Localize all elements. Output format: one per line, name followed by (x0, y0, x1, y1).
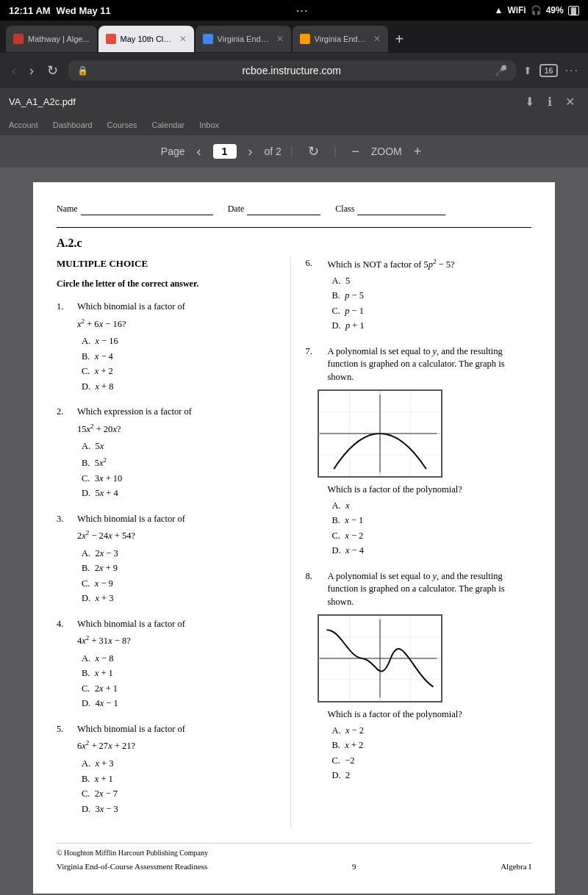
section-title: A.2.c (57, 235, 531, 251)
new-tab-button[interactable]: + (390, 28, 410, 51)
q5-optB: B. x + 1 (82, 773, 185, 786)
question-7: 7. A polynomial is set equal to y, and t… (306, 345, 532, 560)
q6-optD: D. p + 1 (332, 320, 455, 333)
zoom-in-button[interactable]: + (408, 143, 428, 161)
date-underline (247, 204, 320, 215)
q6-optC: C. p − 1 (332, 305, 455, 318)
q5-optD: D. 3x − 3 (82, 803, 185, 816)
two-col-layout: MULTIPLE CHOICE Circle the letter of the… (57, 257, 531, 828)
q6-options: A. 5 B. p − 5 C. p − 1 D. p + 1 (332, 275, 455, 333)
q7-options: A. x B. x − 1 C. x − 2 D. x − 4 (332, 500, 532, 558)
wifi-icon: WiFi (507, 5, 526, 15)
pdf-title: VA_A1_A2c.pdf (9, 96, 516, 107)
q6-num: 6. (306, 257, 318, 270)
forward-button[interactable]: › (26, 60, 37, 82)
q5-text: Which binomial is a factor of (77, 723, 185, 736)
battery-display: 49% (546, 5, 564, 15)
url-text: rcboe.instructure.com (94, 65, 489, 76)
pdf-info-button[interactable]: ℹ (543, 93, 556, 110)
back-button[interactable]: ‹ (9, 60, 19, 82)
q4-optC: C. 2x + 1 (82, 683, 185, 696)
q4-math: 4x2 + 31x − 8? (77, 633, 185, 648)
tab-mathway[interactable]: Mathway | Alge... (6, 26, 97, 52)
pdf-close-button[interactable]: ✕ (561, 93, 579, 110)
status-bar: 12:11 AM Wed May 11 ··· ▲ WiFi 🎧 49% ▓ (0, 0, 588, 21)
q7-num: 7. (306, 345, 318, 359)
right-column: 6. Which is NOT a factor of 5p2 − 5? A. … (291, 257, 532, 828)
header-rule (57, 227, 531, 228)
q5-math: 6x2 + 27x + 21? (77, 738, 185, 753)
q6-optA: A. 5 (332, 275, 455, 288)
next-page-button[interactable]: › (243, 143, 259, 161)
footer-right: Algebra I (501, 861, 531, 872)
q5-optA: A. x + 3 (82, 758, 185, 771)
reload-button[interactable]: ↻ (44, 60, 61, 82)
mc-title: MULTIPLE CHOICE (57, 257, 283, 270)
q3-optA: A. 2x − 3 (82, 547, 185, 561)
q3-num: 3. (57, 513, 67, 526)
doc-footer: © Houghton Mifflin Harcourt Publishing C… (57, 843, 531, 858)
tab-amazon[interactable]: Virginia End-of... ✕ (293, 26, 388, 52)
q4-num: 4. (57, 618, 67, 631)
headphone-icon: 🎧 (531, 5, 542, 15)
q8-graph (318, 614, 442, 702)
question-5: 5. Which binomial is a factor of 6x2 + 2… (57, 723, 283, 818)
footer-left: Virginia End-of-Course Assessment Readin… (57, 861, 207, 872)
prev-page-button[interactable]: ‹ (191, 143, 207, 161)
q8-text: A polynomial is set equal to y, and the … (328, 570, 532, 609)
q2-options: A. 5x B. 5x2 C. 3x + 10 D. 5x + 4 (82, 440, 192, 500)
canvas-sub-toolbar: Account Dashboard Courses Calendar Inbox (0, 115, 588, 135)
mic-icon: 🎤 (495, 65, 507, 76)
dots-icon: ··· (296, 5, 309, 16)
left-column: MULTIPLE CHOICE Circle the letter of the… (57, 257, 291, 828)
nav-bar: ‹ › ↻ 🔒 rcboe.instructure.com 🎤 ⬆ 16 ··· (0, 53, 588, 88)
q3-math: 2x2 − 24x + 54? (77, 528, 185, 543)
tab-count-badge[interactable]: 16 (539, 64, 557, 77)
tab-canvas[interactable]: May 10th Class... ✕ (98, 26, 194, 52)
name-field: Name (57, 203, 213, 215)
canvas-nav-item4: Calendar (152, 121, 185, 129)
question-8: 8. A polynomial is set equal to y, and t… (306, 570, 532, 785)
current-page-box[interactable]: 1 (213, 144, 237, 159)
q8-optB: B. x + 2 (332, 739, 532, 752)
document-page: Name Date Class A.2.c MULTIPLE CHOICE Ci… (33, 182, 555, 894)
time-display: 12:11 AM (9, 5, 51, 16)
q1-optA: A. x − 16 (82, 335, 185, 348)
q5-num: 5. (57, 723, 67, 736)
footer-bottom: Virginia End-of-Course Assessment Readin… (57, 861, 531, 872)
canvas-nav-item1: Account (9, 121, 38, 129)
question-1: 1. Which binomial is a factor of x2 + 6x… (57, 301, 283, 395)
pdf-download-button[interactable]: ⬇ (520, 93, 539, 110)
canvas-nav-item3: Courses (107, 121, 137, 129)
date-display: Wed May 11 (57, 5, 111, 16)
share-icon[interactable]: ⬆ (523, 65, 532, 76)
tab-google[interactable]: Virginia End-of... ✕ (196, 26, 291, 52)
refresh-button[interactable]: ↻ (302, 142, 325, 161)
q2-math: 15x2 + 20x? (77, 422, 192, 436)
battery-icon: ▓ (568, 6, 579, 15)
q3-optD: D. x + 3 (82, 592, 185, 605)
q3-optB: B. 2x + 9 (82, 562, 185, 575)
q4-optA: A. x − 8 (82, 653, 185, 666)
q1-options: A. x − 16 B. x − 4 C. x + 2 D. x + 8 (82, 335, 185, 393)
zoom-out-button[interactable]: − (345, 143, 365, 161)
q2-optA: A. 5x (82, 440, 192, 453)
q4-text: Which binomial is a factor of (77, 618, 185, 631)
tab-google-label: Virginia End-of... (218, 35, 270, 43)
tab-amazon-close[interactable]: ✕ (373, 34, 381, 44)
q7-after-graph: Which is a factor of the polynomial? (328, 484, 532, 497)
q2-optD: D. 5x + 4 (82, 487, 192, 500)
more-menu-button[interactable]: ··· (565, 64, 579, 77)
tab-google-close[interactable]: ✕ (276, 34, 284, 44)
tab-canvas-close[interactable]: ✕ (179, 34, 187, 44)
q2-num: 2. (57, 406, 67, 419)
q1-optC: C. x + 2 (82, 365, 185, 378)
address-bar[interactable]: 🔒 rcboe.instructure.com 🎤 (68, 60, 516, 81)
date-label: Date (228, 203, 245, 215)
signal-icon: ▲ (495, 5, 503, 15)
q5-optC: C. 2x − 7 (82, 788, 185, 801)
q3-options: A. 2x − 3 B. 2x + 9 C. x − 9 D. x + 3 (82, 547, 185, 605)
footer-page-num: 9 (352, 861, 356, 872)
q6-text: Which is NOT a factor of 5p2 − 5? (328, 257, 455, 272)
q1-text: Which binomial is a factor of (77, 301, 185, 314)
